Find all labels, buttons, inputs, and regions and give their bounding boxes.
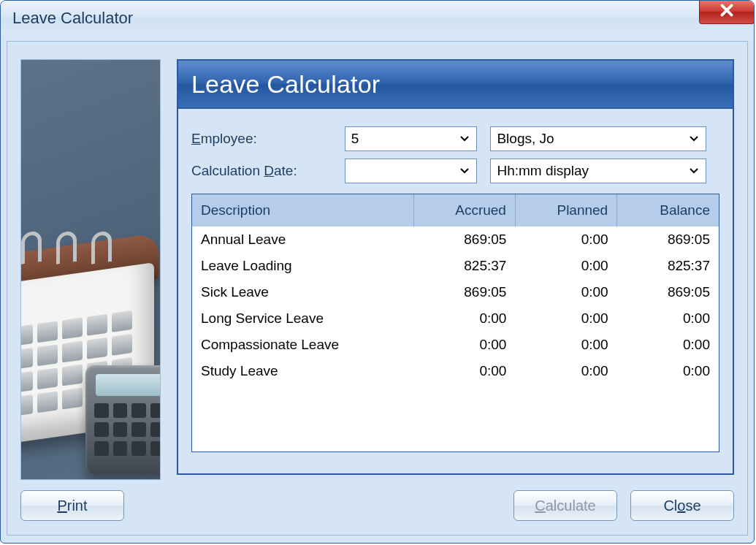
employee-name-combo[interactable]: Blogs, Jo (490, 126, 706, 151)
chevron-down-icon (682, 127, 706, 150)
cell-accrued: 0:00 (413, 332, 515, 358)
row-employee: Employee: 5 Blogs, Jo (191, 126, 719, 151)
cell-balance: 0:00 (617, 332, 719, 358)
employee-name-value: Blogs, Jo (491, 131, 682, 147)
employee-id-combo[interactable]: 5 (345, 126, 478, 151)
panel-heading: Leave Calculator (178, 61, 733, 109)
chevron-down-icon (453, 127, 476, 150)
chevron-down-icon (453, 159, 476, 183)
employee-label: Employee: (191, 131, 345, 147)
panel-body: Employee: 5 Blogs, Jo (178, 109, 733, 465)
cell-description: Compassionate Leave (192, 332, 413, 358)
close-icon (719, 2, 735, 22)
employee-id-value: 5 (345, 131, 454, 147)
cell-accrued: 0:00 (413, 305, 515, 332)
table-row[interactable]: Leave Loading825:370:00825:37 (192, 253, 719, 279)
cell-accrued: 0:00 (413, 358, 515, 384)
display-mode-combo[interactable]: Hh:mm display (490, 159, 706, 183)
cell-description: Study Leave (192, 358, 413, 384)
cell-description: Long Service Leave (192, 305, 413, 332)
calc-date-label: Calculation Date: (191, 163, 345, 179)
cell-balance: 825:37 (617, 253, 719, 279)
table-row[interactable]: Sick Leave869:050:00869:05 (192, 279, 719, 305)
button-bar: Print Calculate Close (20, 489, 734, 522)
cell-planned: 0:00 (515, 332, 616, 358)
window-title: Leave Calculator (12, 9, 133, 28)
table-header-row: Description Accrued Planned Balance (192, 194, 719, 226)
col-description[interactable]: Description (192, 194, 413, 226)
table-row[interactable]: Compassionate Leave0:000:000:00 (192, 332, 719, 358)
cell-description: Leave Loading (192, 253, 413, 279)
row-calc-date: Calculation Date: Hh:mm display (191, 159, 719, 183)
col-balance[interactable]: Balance (617, 194, 719, 226)
table-empty-space (192, 384, 719, 451)
client-area: Leave Calculator Employee: 5 Blogs, Jo (7, 41, 748, 536)
cell-planned: 0:00 (515, 279, 616, 305)
table-row[interactable]: Long Service Leave0:000:000:00 (192, 305, 719, 332)
calculator-icon (85, 365, 161, 475)
calc-date-combo[interactable] (345, 159, 478, 183)
cell-planned: 0:00 (515, 305, 616, 332)
cell-description: Annual Leave (192, 226, 413, 253)
window-close-button[interactable] (699, 0, 755, 24)
sidebar-illustration (20, 59, 161, 480)
cell-balance: 869:05 (617, 279, 719, 305)
cell-planned: 0:00 (515, 358, 616, 384)
col-planned[interactable]: Planned (515, 194, 616, 226)
table-row[interactable]: Annual Leave869:050:00869:05 (192, 226, 719, 253)
chevron-down-icon (682, 159, 706, 183)
col-accrued[interactable]: Accrued (413, 194, 515, 226)
table-row[interactable]: Study Leave0:000:000:00 (192, 358, 719, 384)
cell-planned: 0:00 (515, 226, 616, 253)
print-button[interactable]: Print (20, 490, 124, 521)
display-mode-value: Hh:mm display (491, 163, 682, 179)
leave-table: Description Accrued Planned Balance Annu… (191, 194, 719, 452)
calculate-button[interactable]: Calculate (513, 490, 617, 521)
cell-accrued: 825:37 (413, 253, 515, 279)
cell-balance: 869:05 (617, 226, 719, 253)
main-panel: Leave Calculator Employee: 5 Blogs, Jo (177, 59, 734, 475)
cell-description: Sick Leave (192, 279, 413, 305)
titlebar[interactable]: Leave Calculator (1, 1, 754, 36)
cell-balance: 0:00 (617, 358, 719, 384)
cell-planned: 0:00 (515, 253, 616, 279)
close-button[interactable]: Close (630, 490, 734, 521)
cell-accrued: 869:05 (413, 226, 515, 253)
cell-accrued: 869:05 (413, 279, 515, 305)
cell-balance: 0:00 (617, 305, 719, 332)
window: Leave Calculator (0, 0, 755, 544)
